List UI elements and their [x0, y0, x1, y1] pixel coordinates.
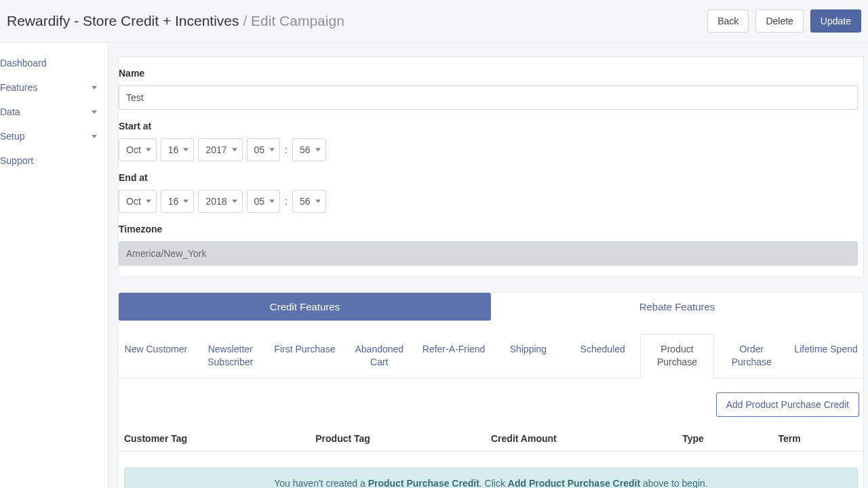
subtab-newsletter-subscriber[interactable]: Newsletter Subscriber [193, 334, 268, 378]
back-button[interactable]: Back [707, 9, 749, 33]
start-minute-value: 56 [300, 144, 311, 155]
subtab-shipping[interactable]: Shipping [491, 334, 566, 378]
tab-credit-features[interactable]: Credit Features [119, 293, 491, 321]
col-credit-amount: Credit Amount [491, 433, 682, 444]
sidebar-item-label: Features [0, 82, 37, 93]
feature-main-tabs: Credit Features Rebate Features [119, 293, 863, 321]
sidebar-item-setup[interactable]: Setup [0, 124, 108, 148]
end-minute-value: 56 [300, 196, 311, 207]
caret-down-icon [92, 135, 97, 138]
caret-down-icon [92, 86, 97, 89]
app-title: Rewardify - Store Credit + Incentives [7, 13, 239, 28]
name-input[interactable] [119, 85, 858, 110]
name-label: Name [119, 68, 863, 79]
subtab-first-purchase[interactable]: First Purchase [268, 334, 342, 378]
alert-bold-1: Product Purchase Credit [368, 478, 479, 488]
table-header: Customer Tag Product Tag Credit Amount T… [119, 426, 863, 451]
tab-rebate-features[interactable]: Rebate Features [491, 293, 863, 321]
sidebar-item-data[interactable]: Data [0, 100, 108, 124]
end-month-value: Oct [126, 196, 141, 207]
feature-subtabs: New Customer Newsletter Subscriber First… [119, 334, 863, 379]
subtab-new-customer[interactable]: New Customer [119, 334, 193, 378]
time-colon: : [284, 144, 288, 155]
main-content: Name Start at Oct 16 2017 05 : 56 End at… [108, 43, 868, 488]
sidebar-item-label: Setup [0, 131, 25, 142]
subtab-refer-a-friend[interactable]: Refer-A-Friend [416, 334, 491, 378]
page-header: Rewardify - Store Credit + Incentives / … [0, 0, 868, 43]
alert-text-suffix: above to begin. [640, 478, 708, 488]
subtab-product-purchase[interactable]: Product Purchase [640, 334, 715, 379]
subtab-scheduled[interactable]: Scheduled [566, 334, 640, 378]
start-year-select[interactable]: 2017 [198, 138, 242, 161]
end-hour-select[interactable]: 05 [247, 190, 281, 213]
sidebar-item-support[interactable]: Support [0, 148, 108, 173]
timezone-label: Timezone [119, 224, 863, 235]
start-at-row: Oct 16 2017 05 : 56 [119, 138, 863, 161]
col-term: Term [778, 433, 858, 444]
end-minute-select[interactable]: 56 [292, 190, 326, 213]
alert-bold-2: Add Product Purchase Credit [508, 478, 640, 488]
alert-text-mid: . Click [479, 478, 508, 488]
end-year-value: 2018 [205, 196, 226, 207]
sidebar-item-label: Dashboard [0, 58, 47, 68]
page-title: Edit Campaign [251, 13, 344, 28]
add-bar: Add Product Purchase Credit [119, 379, 863, 426]
breadcrumb: Rewardify - Store Credit + Incentives / … [7, 13, 344, 29]
start-minute-select[interactable]: 56 [292, 138, 326, 161]
delete-button[interactable]: Delete [755, 9, 803, 33]
sidebar-item-dashboard[interactable]: Dashboard [0, 51, 108, 75]
empty-state-alert: You haven't created a Product Purchase C… [124, 468, 858, 488]
header-actions: Back Delete Update [707, 9, 861, 33]
alert-text-prefix: You haven't created a [274, 478, 368, 488]
timezone-input [119, 241, 858, 266]
breadcrumb-separator: / [239, 13, 252, 28]
sidebar: Dashboard Features Data Setup Support [0, 43, 108, 488]
caret-down-icon [92, 110, 97, 114]
start-hour-select[interactable]: 05 [247, 138, 281, 161]
subtab-abandoned-cart[interactable]: Abandoned Cart [342, 334, 416, 378]
end-at-label: End at [119, 172, 863, 183]
sidebar-item-features[interactable]: Features [0, 75, 108, 100]
add-product-purchase-credit-button[interactable]: Add Product Purchase Credit [716, 392, 859, 417]
col-customer-tag: Customer Tag [124, 433, 315, 444]
start-year-value: 2017 [205, 144, 226, 155]
col-type: Type [682, 433, 778, 444]
campaign-form-card: Name Start at Oct 16 2017 05 : 56 End at… [118, 56, 864, 277]
start-at-label: Start at [119, 121, 863, 131]
start-day-select[interactable]: 16 [161, 138, 195, 161]
end-day-select[interactable]: 16 [161, 190, 195, 213]
credits-table: Customer Tag Product Tag Credit Amount T… [119, 426, 863, 451]
features-card: Credit Features Rebate Features New Cust… [118, 292, 864, 488]
sidebar-item-label: Support [0, 155, 33, 166]
end-at-row: Oct 16 2018 05 : 56 [119, 190, 863, 213]
start-month-select[interactable]: Oct [119, 138, 157, 161]
sidebar-item-label: Data [0, 106, 20, 117]
col-product-tag: Product Tag [315, 433, 491, 444]
end-month-select[interactable]: Oct [119, 190, 157, 213]
subtab-order-purchase[interactable]: Order Purchase [714, 334, 789, 378]
update-button[interactable]: Update [810, 9, 861, 33]
end-hour-value: 05 [254, 196, 265, 207]
end-year-select[interactable]: 2018 [198, 190, 242, 213]
start-day-value: 16 [168, 144, 179, 155]
start-month-value: Oct [126, 144, 141, 155]
end-day-value: 16 [168, 196, 179, 207]
subtab-lifetime-spend[interactable]: Lifetime Spend [789, 334, 863, 378]
time-colon: : [284, 196, 288, 207]
start-hour-value: 05 [254, 144, 265, 155]
